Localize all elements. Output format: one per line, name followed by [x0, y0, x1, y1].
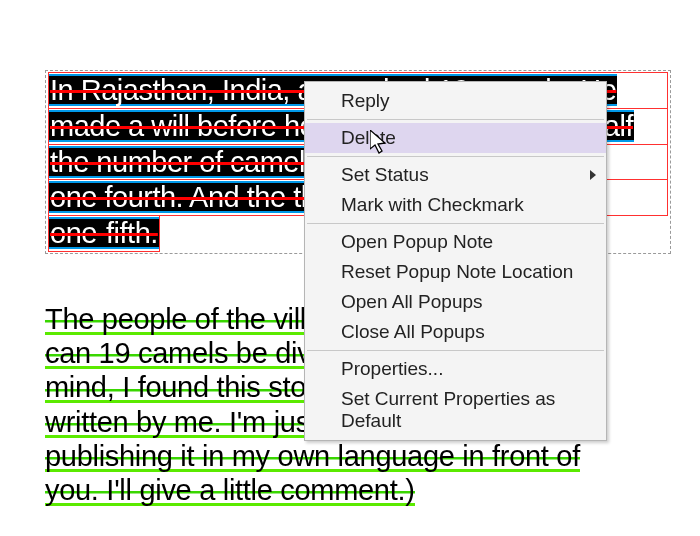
menu-set-default[interactable]: Set Current Properties as Default: [305, 384, 606, 436]
menu-set-status-label: Set Status: [341, 164, 429, 185]
menu-properties[interactable]: Properties...: [305, 354, 606, 384]
para2-line6: you. I'll give a little comment.): [45, 474, 415, 506]
menu-reset-popup[interactable]: Reset Popup Note Location: [305, 257, 606, 287]
menu-close-all-popups[interactable]: Close All Popups: [305, 317, 606, 347]
menu-separator: [307, 223, 604, 224]
para1-line5: one-fifth.: [49, 217, 159, 249]
context-menu: Reply Delete Set Status Mark with Checkm…: [304, 81, 607, 441]
menu-separator: [307, 156, 604, 157]
chevron-right-icon: [590, 170, 596, 180]
menu-open-all-popups[interactable]: Open All Popups: [305, 287, 606, 317]
menu-delete[interactable]: Delete: [305, 123, 606, 153]
menu-set-status[interactable]: Set Status: [305, 160, 606, 190]
menu-separator: [307, 119, 604, 120]
menu-separator: [307, 350, 604, 351]
para2-line5: publishing it in my own language in fron…: [45, 440, 580, 472]
menu-reply[interactable]: Reply: [305, 86, 606, 116]
menu-open-popup[interactable]: Open Popup Note: [305, 227, 606, 257]
menu-mark-checkmark[interactable]: Mark with Checkmark: [305, 190, 606, 220]
